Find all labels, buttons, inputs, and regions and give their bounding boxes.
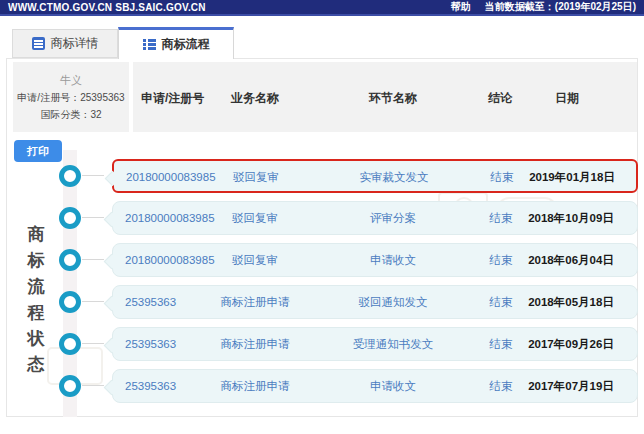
- process-row-bubble-highlighted: 20180000083985驳回复审实审裁文发文结束2019年01月18日: [112, 159, 638, 193]
- bubble-tail: [104, 338, 120, 354]
- cell-business-name: 驳回复审: [184, 161, 328, 193]
- process-row: 20180000083985驳回复审实审裁文发文结束2019年01月18日: [0, 159, 644, 193]
- timeline-node-icon: [59, 165, 81, 187]
- data-date-note: 当前数据截至：(2019年02月25日): [485, 0, 636, 14]
- international-class-line: 国际分类：32: [40, 108, 101, 122]
- cell-business-name: 商标注册申请: [183, 286, 327, 318]
- cell-date: 2019年01月18日: [510, 161, 634, 193]
- process-row-bubble: 25395363商标注册申请驳回通知发文结束2018年05月18日: [112, 285, 638, 319]
- timeline-connector: [82, 343, 104, 344]
- cell-stage-name: 受理通知书发文: [313, 328, 473, 360]
- top-bar: WWW.CTMO.GOV.CN SBJ.SAIC.GOV.CN 帮助 当前数据截…: [0, 0, 644, 16]
- process-row: 25395363商标注册申请驳回通知发文结束2018年05月18日: [0, 285, 644, 319]
- header-stage-name: 环节名称: [313, 90, 473, 107]
- bubble-tail: [104, 380, 120, 396]
- document-icon: [32, 37, 45, 50]
- timeline-connector: [82, 385, 104, 386]
- tab-label: 商标详情: [51, 35, 99, 52]
- tab-trademark-flow[interactable]: 商标流程: [118, 27, 234, 59]
- cell-stage-name: 实审裁文发文: [314, 161, 474, 193]
- timeline-connector: [82, 301, 104, 302]
- timeline-connector: [82, 217, 104, 218]
- timeline-node-icon: [59, 207, 81, 229]
- process-row-bubble: 20180000083985驳回复审评审分案结束2018年10月09日: [112, 201, 638, 235]
- site-urls: WWW.CTMO.GOV.CN SBJ.SAIC.GOV.CN: [8, 2, 206, 13]
- registration-number-line: 申请/注册号：25395363: [17, 91, 124, 105]
- cell-business-name: 驳回复审: [183, 244, 327, 276]
- process-row: 20180000083985驳回复审申请收文结束2018年06月04日: [0, 243, 644, 277]
- cell-stage-name: 申请收文: [313, 370, 473, 402]
- timeline-node-icon: [59, 333, 81, 355]
- bubble-tail: [104, 212, 120, 228]
- cell-business-name: 商标注册申请: [183, 370, 327, 402]
- cell-business-name: 商标注册申请: [183, 328, 327, 360]
- process-row-bubble: 25395363商标注册申请申请收文结束2017年07月19日: [112, 369, 638, 403]
- tab-label: 商标流程: [162, 36, 210, 53]
- timeline-connector: [82, 175, 104, 176]
- applicant-info-box: 牛义 申请/注册号：25395363 国际分类：32: [13, 62, 129, 132]
- tab-trademark-details[interactable]: 商标详情: [12, 29, 118, 58]
- cell-stage-name: 申请收文: [313, 244, 473, 276]
- cell-date: 2018年06月04日: [509, 244, 633, 276]
- process-row-bubble: 20180000083985驳回复审申请收文结束2018年06月04日: [112, 243, 638, 277]
- cell-date: 2017年07月19日: [509, 370, 633, 402]
- header-business-name: 业务名称: [185, 90, 325, 107]
- timeline-connector: [82, 259, 104, 260]
- table-header-row: 申请/注册号 业务名称 环节名称 结论 日期: [133, 62, 637, 132]
- bubble-tail: [105, 171, 121, 187]
- process-row: 20180000083985驳回复审评审分案结束2018年10月09日: [0, 201, 644, 235]
- cell-stage-name: 驳回通知发文: [313, 286, 473, 318]
- process-row: 25395363商标注册申请申请收文结束2017年07月19日: [0, 369, 644, 403]
- bubble-tail: [104, 296, 120, 312]
- timeline-node-icon: [59, 249, 81, 271]
- timeline-node-icon: [59, 291, 81, 313]
- applicant-name: 牛义: [60, 73, 82, 88]
- process-row: 25395363商标注册申请受理通知书发文结束2017年09月26日: [0, 327, 644, 361]
- list-icon: [143, 38, 156, 51]
- cell-business-name: 驳回复审: [183, 202, 327, 234]
- header-date: 日期: [505, 90, 629, 107]
- cell-date: 2018年05月18日: [509, 286, 633, 318]
- help-link[interactable]: 帮助: [451, 0, 471, 14]
- bubble-tail: [104, 254, 120, 270]
- cell-date: 2017年09月26日: [509, 328, 633, 360]
- cell-stage-name: 评审分案: [313, 202, 473, 234]
- process-row-bubble: 25395363商标注册申请受理通知书发文结束2017年09月26日: [112, 327, 638, 361]
- timeline-node-icon: [59, 375, 81, 397]
- cell-date: 2018年10月09日: [509, 202, 633, 234]
